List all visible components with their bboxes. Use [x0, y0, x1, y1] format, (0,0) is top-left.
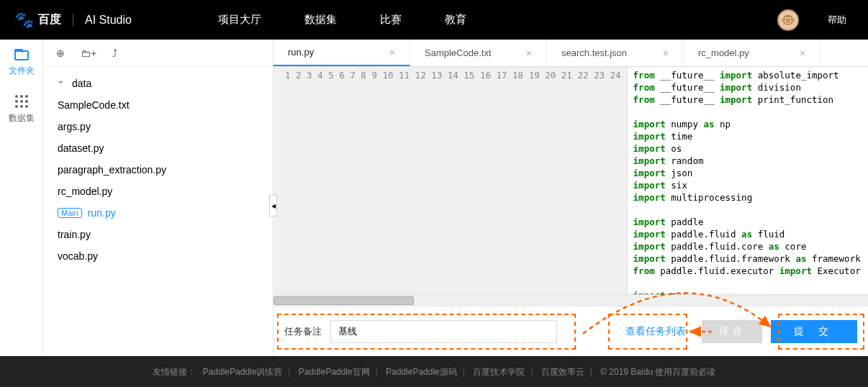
nav-dataset[interactable]: 数据集: [304, 13, 337, 27]
upload-icon[interactable]: ⤴: [112, 47, 117, 59]
scroll-thumb[interactable]: [273, 296, 414, 305]
collapse-handle-icon[interactable]: ◀: [269, 195, 277, 217]
baidu-paw-icon: 🐾: [14, 11, 34, 29]
editor-tabs: run.py× SampleCode.txt× search.test.json…: [273, 40, 868, 67]
close-icon[interactable]: ×: [389, 47, 395, 58]
tab-run-py[interactable]: run.py×: [273, 40, 410, 66]
footer: 友情链接： PaddlePaddle训练营| PaddlePaddle官网| P…: [0, 356, 868, 387]
view-task-list-link[interactable]: 查看任务列表: [618, 321, 693, 342]
tab-search-json[interactable]: search.test.json×: [547, 40, 684, 66]
tree-item-active[interactable]: Main run.py: [43, 202, 273, 224]
new-file-icon[interactable]: ⊕: [56, 47, 65, 59]
tree-item[interactable]: args.py: [43, 116, 273, 137]
tree-item[interactable]: SampleCode.txt: [43, 94, 273, 116]
new-folder-icon[interactable]: 🗀+: [81, 47, 96, 59]
footer-link[interactable]: PaddlePaddle训练营: [203, 367, 283, 377]
main-badge: Main: [58, 208, 82, 218]
footer-link[interactable]: PaddlePaddle源码: [386, 367, 457, 377]
logo[interactable]: 🐾 百度 AI Studio: [14, 11, 132, 29]
tree-item[interactable]: rc_model.py: [43, 181, 273, 202]
close-icon[interactable]: ×: [663, 47, 669, 59]
submit-button[interactable]: 提 交: [771, 320, 857, 343]
tab-rcmodel[interactable]: rc_model.py×: [684, 40, 820, 66]
code-text[interactable]: from __future__ import absolute_import f…: [628, 67, 867, 294]
dataset-icon: [15, 95, 28, 108]
task-note-label: 任务备注: [284, 325, 322, 338]
line-gutter: 1 2 3 4 5 6 7 8 9 10 11 12 13 14 15 16 1…: [273, 67, 628, 294]
side-rail: 文件夹 数据集: [0, 40, 43, 356]
footer-link[interactable]: 百度技术学院: [473, 367, 525, 377]
tree-item[interactable]: paragraph_extraction.py: [43, 159, 273, 181]
nav-education[interactable]: 教育: [445, 13, 466, 27]
editor-area: ◀ run.py× SampleCode.txt× search.test.js…: [273, 40, 868, 356]
file-tree: ⌃data SampleCode.txt args.py dataset.py …: [43, 67, 273, 273]
top-nav: 🐾 百度 AI Studio 项目大厅 数据集 比赛 教育 🐵 帮助: [0, 0, 868, 40]
file-toolbar: ⊕ 🗀+ ⤴: [43, 40, 273, 67]
tree-item[interactable]: train.py: [43, 224, 273, 245]
tree-folder-data[interactable]: ⌃data: [43, 73, 273, 94]
close-icon[interactable]: ×: [526, 47, 532, 59]
task-note-input[interactable]: [330, 320, 557, 343]
close-icon[interactable]: ×: [800, 47, 805, 59]
rail-files[interactable]: 文件夹: [9, 50, 35, 77]
avatar[interactable]: 🐵: [777, 9, 799, 31]
save-button[interactable]: 保存: [702, 320, 762, 343]
file-explorer: ⊕ 🗀+ ⤴ ⌃data SampleCode.txt args.py data…: [43, 40, 273, 356]
rail-dataset[interactable]: 数据集: [9, 95, 35, 124]
task-toolbar: 任务备注 查看任务列表 保存 提 交: [273, 306, 868, 356]
main-nav: 项目大厅 数据集 比赛 教育: [218, 13, 466, 27]
help-link[interactable]: 帮助: [828, 14, 846, 27]
nav-competition[interactable]: 比赛: [380, 13, 402, 27]
footer-link[interactable]: PaddlePaddle官网: [299, 367, 370, 377]
nav-project-hall[interactable]: 项目大厅: [218, 13, 261, 27]
code-editor[interactable]: 1 2 3 4 5 6 7 8 9 10 11 12 13 14 15 16 1…: [273, 67, 868, 294]
folder-icon: [14, 50, 29, 60]
tree-item[interactable]: dataset.py: [43, 137, 273, 159]
tab-samplecode[interactable]: SampleCode.txt×: [410, 40, 547, 66]
footer-copyright: © 2019 Baidu 使用百度前必读: [600, 367, 715, 377]
horizontal-scrollbar[interactable]: [273, 294, 868, 306]
tree-item[interactable]: vocab.py: [43, 245, 273, 267]
footer-link[interactable]: 百度效率云: [541, 367, 584, 377]
